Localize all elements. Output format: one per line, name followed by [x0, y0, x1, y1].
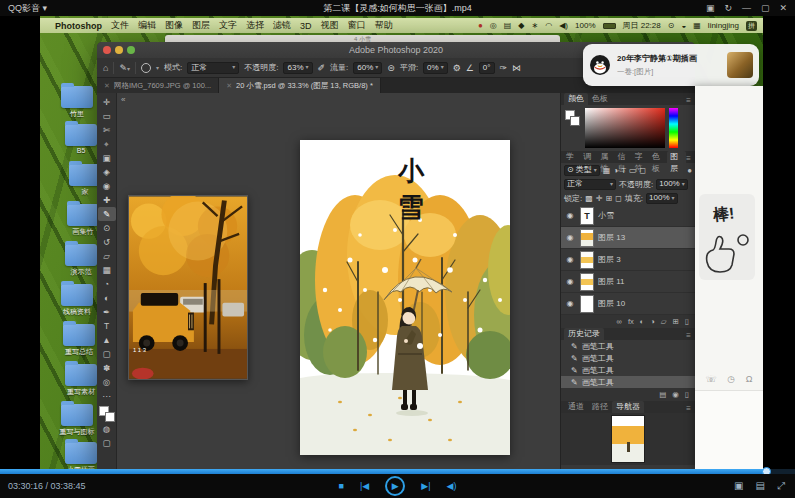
menu-item[interactable]: 图层 — [192, 19, 210, 32]
layer-filter-select[interactable]: ⊙ 类型▾ — [564, 165, 600, 176]
history-icon[interactable]: ◷ — [727, 374, 735, 384]
wifi-icon[interactable]: ◠ — [545, 21, 552, 30]
filter-shape-icon[interactable]: ▭ — [629, 166, 637, 175]
home-icon[interactable]: ⌂ — [103, 63, 108, 73]
pressure-size-icon[interactable]: ✑ — [500, 63, 508, 73]
layer-thumbnail[interactable] — [580, 251, 594, 269]
saturation-box[interactable] — [585, 108, 665, 148]
tab-info[interactable]: 信息 — [616, 151, 633, 163]
menu-item[interactable]: 文字 — [219, 19, 237, 32]
menu-item[interactable]: 窗口 — [348, 19, 366, 32]
visibility-eye-icon[interactable]: ◉ — [564, 299, 576, 308]
foreground-background-swatches[interactable] — [99, 406, 115, 422]
maximize-button[interactable]: ▢ — [761, 3, 770, 13]
edit-toolbar-icon[interactable]: ⋯ — [98, 389, 116, 403]
airbrush-icon[interactable]: ⊜ — [387, 63, 395, 73]
panel-menu-icon[interactable]: ≡ — [686, 154, 695, 163]
filter-toggle-icon[interactable]: ● — [687, 166, 692, 175]
brush-angle-icon[interactable]: ∠ — [466, 63, 474, 73]
close-tab-icon[interactable]: ✕ — [226, 82, 232, 90]
brush-panel-toggle-icon[interactable]: ▾ — [156, 64, 159, 71]
delete-layer-icon[interactable]: ▯ — [685, 317, 689, 326]
visibility-eye-icon[interactable]: ◉ — [564, 233, 576, 242]
desktop-folder[interactable]: 线稿资料 — [52, 284, 102, 317]
volume-icon[interactable]: ◀) — [559, 21, 568, 30]
healing-brush-tool-icon[interactable]: ✚ — [98, 193, 116, 207]
menu-app-name[interactable]: Photoshop — [55, 21, 102, 31]
control-center-icon[interactable]: ◒ — [681, 21, 686, 30]
desktop-folder[interactable]: 重写与图标 — [52, 404, 102, 437]
tab-adjustments[interactable]: 调整 — [581, 151, 598, 163]
eraser-tool-icon[interactable]: ▱ — [98, 249, 116, 263]
visibility-eye-icon[interactable]: ◉ — [564, 255, 576, 264]
filter-pixel-icon[interactable]: ▦ — [603, 166, 611, 175]
paint-symmetry-icon[interactable]: ⋈ — [512, 63, 521, 73]
player-app-menu[interactable]: QQ影音 ▾ — [0, 2, 47, 15]
menu-item[interactable]: 选择 — [246, 19, 264, 32]
menu-item[interactable]: 帮助 — [375, 19, 393, 32]
layers-opacity-field[interactable]: 100%▾ — [656, 179, 687, 190]
visibility-eye-icon[interactable]: ◉ — [564, 211, 576, 220]
tab-paths[interactable]: 路径 — [588, 401, 612, 413]
text-layer-thumbnail[interactable]: T — [580, 207, 594, 225]
minimize-button[interactable]: — — [742, 3, 751, 13]
layer-thumbnail[interactable] — [580, 229, 594, 247]
pen-tool-icon[interactable]: ✒ — [98, 305, 116, 319]
layer-row-selected[interactable]: ◉ 图层 13 — [561, 227, 695, 249]
lock-all-icon[interactable]: ◻ — [615, 194, 622, 203]
snapshot-icon[interactable]: ▣ — [706, 3, 715, 13]
zoom-tool-icon[interactable]: ◎ — [98, 375, 116, 389]
menu-item[interactable]: 文件 — [111, 19, 129, 32]
new-document-from-state-icon[interactable]: ▤ — [659, 390, 666, 399]
panel-menu-icon[interactable]: ≡ — [686, 331, 695, 340]
chat-input-area[interactable] — [695, 390, 763, 470]
marquee-tool-icon[interactable]: ▭ — [98, 109, 116, 123]
reference-photo-window[interactable]: 1 1 3 — [128, 195, 248, 380]
close-traffic-light[interactable] — [103, 46, 111, 54]
delete-state-icon[interactable]: ▯ — [685, 390, 689, 399]
rotate-icon[interactable]: ↻ — [724, 3, 732, 13]
pressure-opacity-icon[interactable]: ✐ — [318, 63, 326, 73]
qq-notification-banner[interactable]: 20年李宁静第①期插画 一卷:[图片] — [583, 44, 759, 86]
brush-angle-field[interactable]: 0° — [479, 62, 495, 74]
document-tab-active[interactable]: ✕20 小雪.psd @ 33.3% (图层 13, RGB/8) * — [219, 78, 381, 93]
fill-field[interactable]: 100%▾ — [646, 193, 677, 204]
new-layer-icon[interactable]: ⊞ — [673, 317, 679, 326]
type-tool-icon[interactable]: T — [98, 319, 116, 333]
tab-history[interactable]: 历史记录 — [564, 328, 604, 340]
gradient-tool-icon[interactable]: ▦ — [98, 263, 116, 277]
filter-smartobject-icon[interactable]: ◻ — [640, 166, 647, 175]
new-group-icon[interactable]: ▱ — [661, 317, 667, 326]
phone-icon[interactable]: ☏ — [706, 374, 717, 384]
collapse-panel-icon[interactable]: « — [121, 95, 125, 104]
qq-chat-window[interactable]: 棒! ☏ ◷ Ω — [695, 86, 763, 470]
tab-properties[interactable]: 属性 — [598, 151, 615, 163]
new-snapshot-icon[interactable]: ◉ — [672, 390, 679, 399]
layer-row[interactable]: ◉ 图层 10 — [561, 293, 695, 315]
visibility-eye-icon[interactable]: ◉ — [564, 277, 576, 286]
previous-button[interactable]: |◀ — [360, 481, 369, 491]
lasso-tool-icon[interactable]: ✄ — [98, 123, 116, 137]
tab-layers[interactable]: 图层 — [667, 151, 686, 163]
play-button[interactable]: ▶ — [385, 476, 405, 496]
filter-adjustment-icon[interactable]: ◑ — [613, 166, 618, 175]
crop-tool-icon[interactable]: ▣ — [98, 151, 116, 165]
layers-blend-mode-select[interactable]: 正常▾ — [564, 179, 616, 190]
brush-tool-preset-icon[interactable]: ✎▾ — [119, 63, 130, 73]
tab-navigator[interactable]: 导航器 — [612, 401, 644, 413]
navigator-thumbnail[interactable] — [611, 415, 645, 463]
app-status-icon[interactable]: ● — [478, 21, 483, 30]
tab-swatches[interactable]: 色板 — [588, 93, 612, 105]
bell-icon[interactable]: Ω — [746, 374, 753, 384]
flow-field[interactable]: 60%▾ — [353, 62, 382, 74]
menu-item[interactable]: 编辑 — [138, 19, 156, 32]
panel-menu-icon[interactable]: ≡ — [686, 96, 695, 105]
menubar-username[interactable]: liningjing — [708, 21, 739, 30]
document-tab[interactable]: ✕网格IMG_7609.JPG @ 100... — [97, 78, 219, 93]
ink-status-icon[interactable]: ◆ — [518, 21, 524, 30]
tab-learn[interactable]: 学习 — [564, 151, 581, 163]
layer-row[interactable]: ◉ 图层 11 — [561, 271, 695, 293]
layer-row[interactable]: ◉ 图层 3 — [561, 249, 695, 271]
canvas-pasteboard[interactable]: « — [117, 93, 560, 470]
history-step[interactable]: ✎画笔工具 — [561, 364, 695, 376]
